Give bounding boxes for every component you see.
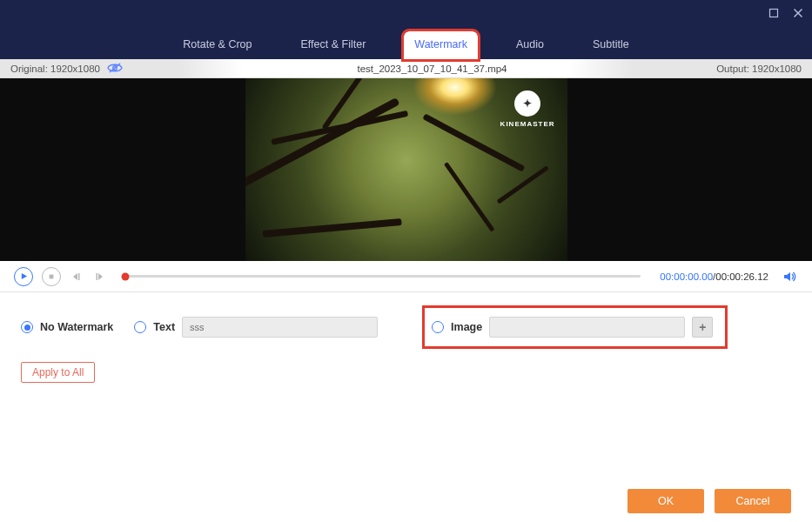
window: Rotate & Crop Effect & Filter Watermark … — [0, 0, 812, 522]
kinemaster-text: KINEMASTER — [500, 120, 555, 128]
radio-text[interactable] — [134, 321, 146, 333]
original-resolution: Original: 1920x1080 — [10, 64, 100, 74]
plus-icon: + — [699, 320, 706, 334]
svg-rect-0 — [770, 10, 778, 17]
svg-marker-11 — [784, 272, 790, 281]
seek-bar[interactable] — [125, 275, 641, 278]
close-button[interactable] — [791, 6, 805, 20]
titlebar — [0, 0, 812, 26]
text-watermark-input[interactable] — [182, 317, 378, 338]
kinemaster-badge: ✦ KINEMASTER — [500, 90, 555, 128]
option-image-group: Image + — [425, 308, 725, 346]
play-icon — [20, 272, 28, 280]
preview-area: ✦ KINEMASTER — [0, 78, 812, 261]
radio-image[interactable] — [432, 321, 444, 333]
infobar: Original: 1920x1080 test_2023_10_07_10_4… — [0, 59, 812, 78]
watermark-options: No Watermark Text Image + — [0, 292, 812, 357]
toggle-preview-visibility[interactable] — [107, 62, 123, 76]
spacer — [0, 388, 812, 478]
next-icon — [94, 271, 104, 282]
svg-rect-6 — [50, 274, 54, 278]
prev-icon — [71, 271, 82, 282]
maximize-button[interactable] — [767, 6, 781, 20]
close-icon — [793, 8, 803, 18]
kinemaster-logo-icon: ✦ — [514, 90, 540, 117]
volume-icon — [783, 271, 797, 283]
svg-rect-10 — [97, 273, 98, 280]
svg-marker-9 — [98, 273, 103, 280]
playback-controls: 00:00:00.00/00:00:26.12 — [0, 261, 812, 292]
prev-frame-button[interactable] — [70, 270, 84, 284]
svg-marker-5 — [21, 273, 26, 279]
stop-button[interactable] — [42, 267, 61, 286]
seek-knob[interactable] — [122, 272, 130, 280]
video-frame: ✦ KINEMASTER — [245, 78, 567, 261]
time-display: 00:00:00.00/00:00:26.12 — [660, 271, 768, 282]
ok-button[interactable]: OK — [627, 489, 704, 513]
next-frame-button[interactable] — [92, 270, 106, 284]
tab-rotate-crop[interactable]: Rotate & Crop — [172, 31, 262, 59]
svg-marker-7 — [73, 273, 77, 280]
label-image: Image — [451, 321, 482, 333]
volume-button[interactable] — [782, 269, 798, 284]
eye-off-icon — [107, 62, 123, 74]
apply-to-all-button[interactable]: Apply to All — [21, 362, 95, 383]
svg-rect-8 — [78, 273, 80, 280]
label-no-watermark: No Watermark — [40, 321, 113, 333]
label-text: Text — [153, 321, 175, 333]
output-resolution: Output: 1920x1080 — [662, 64, 802, 74]
tab-audio[interactable]: Audio — [506, 31, 554, 59]
maximize-icon — [768, 8, 779, 18]
stop-icon — [48, 273, 55, 280]
option-no-watermark[interactable]: No Watermark — [21, 321, 113, 333]
tab-watermark[interactable]: Watermark — [404, 31, 478, 59]
footer: OK Cancel — [0, 478, 812, 522]
tab-subtitle[interactable]: Subtitle — [582, 31, 640, 59]
total-time: /00:00:26.12 — [713, 271, 768, 282]
tabbar: Rotate & Crop Effect & Filter Watermark … — [0, 26, 812, 59]
option-text[interactable]: Text — [134, 321, 175, 333]
filename: test_2023_10_07_10_41_37.mp4 — [202, 64, 662, 74]
tab-effect-filter[interactable]: Effect & Filter — [291, 31, 377, 59]
play-button[interactable] — [14, 267, 33, 286]
cancel-button[interactable]: Cancel — [715, 489, 791, 513]
apply-row: Apply to All — [0, 357, 812, 388]
option-image[interactable]: Image — [432, 321, 482, 333]
radio-no-watermark[interactable] — [21, 321, 33, 333]
add-image-button[interactable]: + — [692, 317, 713, 338]
image-watermark-input[interactable] — [489, 317, 685, 338]
option-text-group: Text — [134, 317, 378, 338]
current-time: 00:00:00.00 — [660, 271, 713, 282]
